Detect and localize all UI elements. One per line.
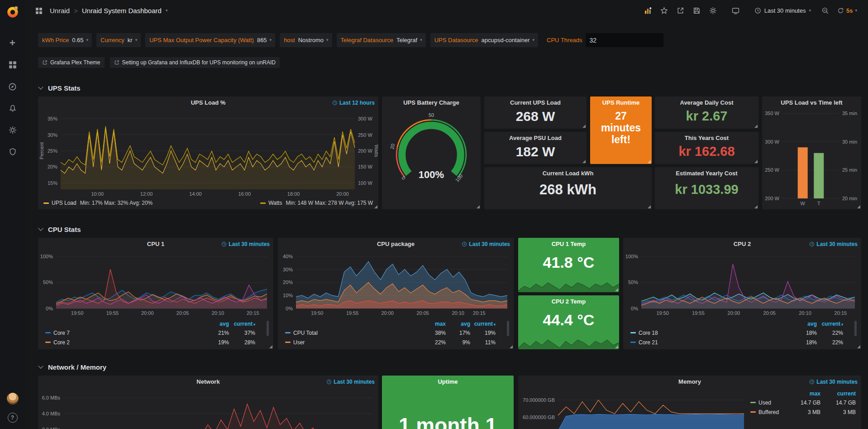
legend-series-name[interactable]: Watts bbox=[268, 200, 282, 206]
panel-title[interactable]: UPS Battery Charge bbox=[403, 99, 459, 106]
memory-chart[interactable]: 50.000000 GB60.000000 GB70.000000 GB bbox=[518, 388, 750, 429]
panel-title[interactable]: Average PSU Load bbox=[484, 132, 587, 144]
panel-title[interactable]: Estimated Yearly Cost bbox=[655, 167, 758, 179]
time-range-picker[interactable]: Last 30 minutes ▾ bbox=[750, 4, 816, 18]
legend-col-avg[interactable]: avg bbox=[204, 321, 229, 327]
svg-text:12:00: 12:00 bbox=[140, 191, 153, 197]
chevron-down-icon[interactable]: ▾ bbox=[533, 38, 539, 42]
dashboards-icon[interactable] bbox=[8, 60, 18, 70]
panel-title[interactable]: This Years Cost bbox=[655, 132, 758, 144]
legend-series-name[interactable]: UPS Load bbox=[52, 200, 76, 206]
create-icon[interactable]: + bbox=[8, 38, 18, 48]
cpu1-chart[interactable]: 0%50%100%19:5019:5520:0020:0520:1020:15 bbox=[38, 250, 273, 317]
legend-col-avg[interactable]: avg bbox=[792, 321, 817, 327]
dashboard-grid-icon[interactable] bbox=[32, 5, 46, 17]
cycle-view-tv-icon[interactable] bbox=[729, 5, 743, 17]
svg-text:20:10: 20:10 bbox=[452, 310, 464, 316]
legend-series-name[interactable]: Core 2 bbox=[53, 339, 70, 346]
legend-scrollbar[interactable] bbox=[267, 321, 269, 336]
chevron-down-icon bbox=[38, 226, 43, 231]
legend-col-current[interactable]: current bbox=[820, 390, 856, 397]
legend-series-name[interactable]: Used bbox=[758, 400, 771, 406]
row-header-network-memory[interactable]: Network / Memory bbox=[38, 361, 106, 373]
settings-gear-icon[interactable] bbox=[706, 5, 720, 17]
legend-series-name[interactable]: CPU Total bbox=[293, 330, 318, 336]
navbar-actions: Last 30 minutes ▾ 5s ▾ bbox=[641, 4, 860, 18]
breadcrumb: Unraid > Unraid System Dashboard ▾ bbox=[32, 5, 167, 17]
row-header-ups-stats[interactable]: UPS Stats bbox=[38, 82, 81, 94]
panel-title[interactable]: UPS Load vs Time left bbox=[781, 99, 842, 106]
breadcrumb-dashboard-title[interactable]: Unraid System Dashboard bbox=[82, 7, 162, 14]
server-admin-shield-icon[interactable] bbox=[8, 147, 18, 157]
legend-series-name[interactable]: Core 21 bbox=[639, 339, 658, 346]
panel-title[interactable]: CPU 2 Temp bbox=[518, 295, 619, 308]
legend-series-name[interactable]: User bbox=[293, 339, 305, 346]
legend-series-name[interactable]: Core 18 bbox=[639, 330, 658, 336]
zoom-out-icon[interactable] bbox=[818, 5, 832, 17]
cpu-package-chart[interactable]: 0%10%20%30%40%19:5019:5520:0020:0520:102… bbox=[278, 250, 514, 317]
variable-currency[interactable]: Currency kr ▾ bbox=[96, 33, 141, 47]
chevron-down-icon[interactable]: ▾ bbox=[135, 38, 141, 42]
legend-col-current[interactable]: current▾ bbox=[229, 321, 255, 327]
battery-gauge[interactable]: 02050100100% bbox=[382, 109, 481, 207]
legend-series-name[interactable]: Core 7 bbox=[53, 330, 70, 336]
legend-col-max[interactable]: max bbox=[784, 390, 820, 397]
network-chart[interactable]: 2.0 MBs4.0 MBs6.0 MBs bbox=[38, 388, 378, 429]
explore-icon[interactable] bbox=[8, 82, 18, 92]
time-override-badge: Last 12 hours bbox=[332, 100, 375, 106]
legend-col-current[interactable]: current▾ bbox=[470, 321, 496, 327]
chevron-down-icon[interactable]: ▾ bbox=[86, 38, 92, 42]
link-ups-monitoring-guide[interactable]: Setting up Grafana and InfluxDB for UPS … bbox=[110, 57, 280, 68]
panel-title[interactable]: Current UPS Load bbox=[484, 96, 587, 109]
variable-host[interactable]: host Nostromo ▾ bbox=[280, 33, 332, 47]
panel-title[interactable]: Network bbox=[196, 378, 219, 385]
panel-title[interactable]: CPU 1 bbox=[147, 241, 164, 247]
panel-title[interactable]: Memory bbox=[678, 378, 701, 385]
svg-text:19:50: 19:50 bbox=[311, 310, 324, 316]
row-header-cpu-stats[interactable]: CPU Stats bbox=[38, 223, 81, 235]
alerting-bell-icon[interactable] bbox=[8, 103, 18, 113]
chevron-down-icon[interactable]: ▾ bbox=[166, 9, 168, 13]
cpu2-chart[interactable]: 0%50%100%19:5019:5520:0020:0520:1020:15 bbox=[623, 250, 861, 317]
svg-text:20:10: 20:10 bbox=[212, 310, 224, 316]
panel-ups-load-vs-time-left: UPS Load vs Time left 200 W250 W300 W350… bbox=[762, 96, 861, 209]
chevron-down-icon[interactable]: ▾ bbox=[326, 38, 332, 42]
star-icon[interactable] bbox=[658, 5, 671, 17]
grafana-logo[interactable] bbox=[5, 5, 20, 19]
variable-ups-max-output[interactable]: UPS Max Output Power Capacity (Watt) 865… bbox=[145, 33, 275, 47]
breadcrumb-folder[interactable]: Unraid bbox=[50, 7, 70, 14]
link-grafana-plex-theme[interactable]: Grafana Plex Theme bbox=[38, 57, 105, 68]
chevron-down-icon[interactable]: ▾ bbox=[420, 38, 426, 42]
panel-title[interactable]: UPS Runtime bbox=[590, 96, 652, 109]
save-icon[interactable] bbox=[690, 5, 704, 17]
variable-kwh-price[interactable]: kWh Price 0.65 ▾ bbox=[38, 33, 92, 47]
panel-title[interactable]: Current Load kWh bbox=[484, 167, 652, 179]
panel-title[interactable]: CPU 1 Temp bbox=[518, 238, 619, 250]
ups-load-chart[interactable]: 15%20%25%30%35%100 W150 W200 W250 W300 W… bbox=[38, 109, 378, 198]
variable-ups-datasource[interactable]: UPS Datasource apcupsd-container ▾ bbox=[430, 33, 538, 47]
chevron-down-icon[interactable]: ▾ bbox=[270, 38, 276, 42]
panel-title[interactable]: CPU package bbox=[377, 241, 415, 247]
panel-title[interactable]: Uptime bbox=[382, 376, 514, 388]
panel-title[interactable]: Average Daily Cost bbox=[655, 96, 758, 109]
configuration-gear-icon[interactable] bbox=[8, 125, 18, 135]
load-vs-time-chart[interactable]: 200 W250 W300 W350 W20 min25 min30 min35… bbox=[762, 109, 861, 207]
chevron-down-icon bbox=[38, 84, 43, 89]
panel-title[interactable]: UPS Load % bbox=[191, 99, 226, 106]
legend-scrollbar[interactable] bbox=[854, 321, 857, 336]
cpu-threads-input[interactable] bbox=[586, 33, 663, 47]
share-icon[interactable] bbox=[674, 5, 687, 17]
legend-col-current[interactable]: current▾ bbox=[817, 321, 843, 327]
variable-telegraf-datasource[interactable]: Telegraf Datasource Telegraf ▾ bbox=[337, 33, 426, 47]
legend-col-avg[interactable]: avg bbox=[446, 321, 470, 327]
panel-title[interactable]: CPU 2 bbox=[734, 241, 751, 247]
legend-scrollbar[interactable] bbox=[507, 321, 509, 336]
svg-text:20:05: 20:05 bbox=[176, 310, 189, 316]
legend-col-max[interactable]: max bbox=[421, 321, 446, 327]
refresh-picker[interactable]: 5s ▾ bbox=[835, 4, 860, 18]
avatar[interactable] bbox=[7, 393, 19, 405]
series-marker bbox=[43, 202, 49, 204]
add-panel-icon[interactable] bbox=[641, 5, 655, 17]
help-icon[interactable]: ? bbox=[8, 413, 18, 423]
legend-series-name[interactable]: Buffered bbox=[758, 409, 779, 415]
